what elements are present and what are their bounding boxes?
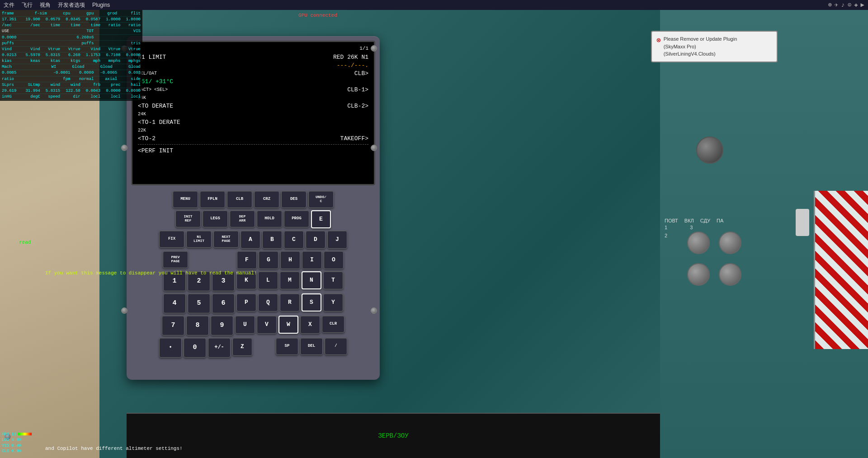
key-undo[interactable]: UNDO/C: [308, 191, 334, 208]
cdu-screw-ml: [121, 145, 127, 151]
key-m[interactable]: M: [280, 271, 300, 289]
key-row-7: 7 8 9 U V W X CLR: [132, 316, 374, 335]
key-j[interactable]: J: [327, 231, 347, 249]
key-q[interactable]: Q: [258, 293, 278, 312]
key-z[interactable]: Z: [232, 338, 252, 356]
key-l[interactable]: L: [258, 271, 278, 289]
key-i[interactable]: I: [302, 251, 322, 269]
key-des[interactable]: DES: [281, 191, 307, 208]
screen-separator: [138, 144, 368, 145]
key-row-4: PREVPAGE F G H I O: [132, 251, 374, 269]
key-crz[interactable]: CRZ: [254, 191, 279, 208]
key-a[interactable]: A: [241, 231, 260, 249]
label-sdu: СДУ: [700, 218, 710, 223]
menu-file[interactable]: 文件: [4, 1, 14, 9]
page-number: 1/1: [359, 46, 368, 51]
menu-view[interactable]: 视角: [40, 1, 51, 9]
screen-line-4b: <TO DERATE CLB-2>: [138, 102, 368, 110]
key-r[interactable]: R: [280, 293, 300, 312]
icon-1: ⊕: [828, 1, 831, 9]
key-u[interactable]: U: [235, 316, 255, 334]
key-sp[interactable]: SP: [276, 338, 298, 355]
cdu-screen: ▲ BRT ▼ 1/1 N1 LIMIT RED 26K N1 ---./---…: [131, 41, 375, 185]
takeoff-label: TAKEOFF>: [340, 135, 368, 142]
menu-flight[interactable]: 飞行: [22, 1, 33, 9]
screen-line-2b: +51/ +31°C: [138, 77, 368, 85]
key-y[interactable]: Y: [323, 293, 343, 312]
screen-line-5b: <TO-1 DERATE: [138, 118, 368, 126]
menu-developer[interactable]: 开发者选项: [58, 1, 85, 9]
red-26k-label: RED 26K N1: [333, 54, 368, 61]
key-8[interactable]: 8: [186, 316, 209, 335]
cdu-screw-tr: [371, 45, 377, 52]
perf-init-label: <PERF INIT: [138, 147, 173, 154]
key-plusminus[interactable]: +/-: [208, 338, 231, 358]
key-clb[interactable]: CLB: [227, 191, 252, 208]
knob-1[interactable]: [696, 137, 723, 164]
key-s[interactable]: S: [302, 293, 321, 312]
24k-label: 24K: [138, 112, 146, 117]
gpu-label: GPU connected: [298, 13, 337, 18]
22k-label: 22K: [138, 128, 146, 133]
key-t[interactable]: T: [323, 271, 343, 289]
toggle-switch[interactable]: [796, 209, 809, 236]
key-prev-page[interactable]: PREVPAGE: [163, 251, 188, 268]
round-btn-1[interactable]: [687, 231, 710, 254]
key-n[interactable]: N: [302, 271, 321, 289]
round-btn-3[interactable]: [687, 263, 710, 286]
icon-5: ✚: [854, 1, 858, 9]
key-p[interactable]: P: [236, 293, 256, 312]
key-hold[interactable]: HOLD: [257, 210, 282, 227]
key-row-8: • 0 +/- Z SP DEL /: [132, 338, 374, 358]
key-d[interactable]: D: [306, 231, 326, 249]
label-vkl: ВКЛ: [684, 218, 694, 223]
key-4[interactable]: 4: [163, 293, 186, 313]
key-next-page[interactable]: NEXTPAGE: [213, 231, 239, 248]
key-h[interactable]: H: [280, 251, 300, 269]
key-0[interactable]: 0: [184, 338, 206, 358]
manual-message: If you want this message to disappear yo…: [45, 270, 257, 276]
key-9[interactable]: 9: [211, 316, 233, 335]
key-f[interactable]: F: [237, 251, 257, 269]
key-legs[interactable]: LEGS: [203, 210, 228, 227]
key-5[interactable]: 5: [188, 293, 210, 313]
key-fpln[interactable]: FPLN: [200, 191, 225, 208]
key-o[interactable]: O: [324, 251, 344, 269]
key-clr[interactable]: CLR: [322, 316, 344, 333]
key-x[interactable]: X: [300, 316, 320, 334]
key-row-func2: INITREF LEGS DEPARR HOLD PROG E: [132, 210, 374, 228]
key-init-ref[interactable]: INITREF: [175, 210, 201, 227]
key-g[interactable]: G: [259, 251, 278, 269]
menu-plugins[interactable]: Plugins: [92, 2, 110, 8]
key-6[interactable]: 6: [212, 293, 235, 313]
key-menu[interactable]: MENU: [173, 191, 198, 208]
clb1-label: CLB-1>: [347, 86, 368, 93]
key-v[interactable]: V: [257, 316, 277, 334]
fps-value: FPS 13: [2, 432, 32, 438]
key-b[interactable]: B: [262, 231, 282, 249]
warning-icon: ⊗: [656, 36, 661, 45]
screen-line-6b: <TO-2 TAKEOFF>: [138, 134, 368, 142]
bottom-display: ЗЕРВ/ЗОУ: [127, 413, 660, 458]
round-btn-4[interactable]: [719, 263, 741, 286]
screen-line-3: <ACT> <SEL> CLB-1>: [138, 85, 368, 94]
plugin-warning-dialog: ⊗ Please Remove or Update Plugin (SkyMax…: [651, 31, 778, 62]
key-dep-arr[interactable]: DEPARR: [230, 210, 255, 227]
key-del[interactable]: DEL: [300, 338, 323, 355]
key-c[interactable]: C: [284, 231, 304, 249]
key-7[interactable]: 7: [162, 316, 184, 335]
key-n1limit[interactable]: N1LIMIT: [186, 231, 212, 248]
cdu-screw-bl: [121, 307, 127, 314]
key-fix[interactable]: FIX: [159, 231, 184, 248]
screen-line-6: 22K: [138, 126, 368, 134]
key-row-3: FIX N1LIMIT NEXTPAGE A B C D J: [132, 231, 374, 249]
key-dot[interactable]: •: [159, 338, 182, 358]
label-3: 3: [690, 225, 693, 230]
key-e[interactable]: E: [311, 210, 331, 228]
screen-line-1b: ---./---.: [138, 61, 368, 69]
top-right-icons: ⊕ ✈ ♪ ⊙ ✚ ▶: [828, 1, 864, 9]
key-slash[interactable]: /: [325, 338, 347, 355]
round-btn-2[interactable]: [719, 231, 741, 254]
key-w[interactable]: W: [278, 316, 298, 334]
key-prog[interactable]: PROG: [284, 210, 309, 227]
